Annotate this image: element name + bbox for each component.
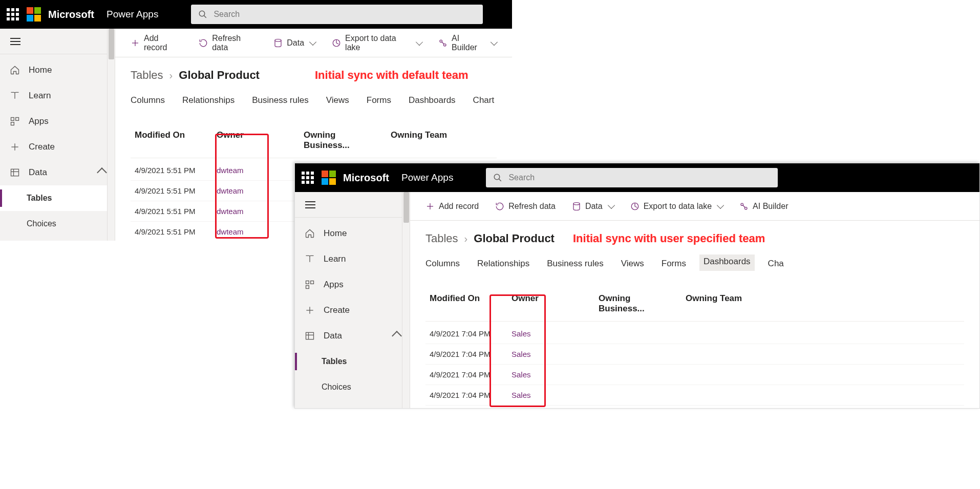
cell-owner-link[interactable]: dwteam [212, 205, 269, 218]
table-header: Modified On Owner Owning Business... Own… [425, 291, 964, 322]
sidebar-item-label: Apps [29, 116, 49, 126]
tab-business-rules[interactable]: Business rules [252, 93, 309, 108]
table-row[interactable]: 4/9/2021 7:04 PMSales [425, 344, 964, 365]
sidebar-scrollbar[interactable] [107, 29, 115, 241]
cmd-label: AI Builder [452, 34, 485, 52]
cmd-label: Refresh data [508, 202, 556, 211]
export-icon [332, 38, 341, 48]
refresh-icon [495, 202, 504, 211]
cell-modified-on: 4/9/2021 5:51 PM [131, 184, 212, 197]
col-owning-bu[interactable]: Owning Business... [594, 291, 681, 316]
tab-business-rules[interactable]: Business rules [547, 257, 604, 271]
svg-rect-24 [306, 332, 314, 339]
sidebar-toggle[interactable] [0, 29, 115, 54]
sidebar-item-create[interactable]: Create [0, 134, 115, 160]
refresh-data-button[interactable]: Refresh data [489, 199, 562, 214]
sidebar-item-learn[interactable]: Learn [295, 246, 410, 272]
sub-tabs: Columns Relationships Business rules Vie… [131, 93, 497, 108]
sidebar-item-home[interactable]: Home [0, 57, 115, 83]
add-record-button[interactable]: Add record [124, 31, 188, 55]
app-launcher-icon[interactable] [6, 8, 19, 21]
tab-dashboards[interactable]: Dashboards [699, 254, 755, 271]
svg-line-16 [442, 41, 444, 44]
sidebar-item-data[interactable]: Data [295, 323, 410, 349]
data-dropdown[interactable]: Data [566, 199, 620, 214]
breadcrumb-root[interactable]: Tables [425, 232, 458, 245]
refresh-data-button[interactable]: Refresh data [193, 31, 263, 55]
sidebar-item-tables[interactable]: Tables [295, 349, 410, 374]
cell-owner-link[interactable]: Sales [507, 368, 564, 381]
table-row[interactable]: 4/9/2021 7:04 PMSales [425, 385, 964, 406]
cell-owner-link[interactable]: Sales [507, 327, 564, 340]
tab-chart[interactable]: Chart [473, 93, 495, 108]
sidebar-item-create[interactable]: Create [295, 297, 410, 323]
col-owner[interactable]: Owner [212, 128, 269, 153]
cell-owner-link[interactable]: dwteam [212, 164, 269, 177]
sidebar-item-choices[interactable]: Choices [295, 374, 410, 400]
tab-columns[interactable]: Columns [131, 93, 165, 108]
col-modified-on[interactable]: Modified On [425, 291, 507, 316]
sidebar-item-label: Apps [324, 280, 344, 290]
sidebar-item-learn[interactable]: Learn [0, 83, 115, 109]
table-row[interactable]: 4/9/2021 7:04 PMSales [425, 365, 964, 385]
tab-chart-truncated[interactable]: Cha [768, 257, 784, 271]
cell-owner-link[interactable]: dwteam [212, 184, 269, 197]
cmd-label: Add record [439, 202, 479, 211]
col-owner[interactable]: Owner [507, 291, 564, 316]
ai-builder-dropdown[interactable]: AI Builder [432, 31, 503, 55]
sidebar-toggle[interactable] [295, 192, 410, 218]
command-bar: Add record Refresh data Data Export to d… [410, 192, 979, 221]
breadcrumb-root[interactable]: Tables [131, 69, 163, 82]
cell-modified-on: 4/9/2021 5:51 PM [131, 205, 212, 218]
search-box[interactable] [191, 5, 483, 24]
tab-relationships[interactable]: Relationships [477, 257, 529, 271]
sidebar-item-apps[interactable]: Apps [0, 109, 115, 134]
sidebar-item-choices[interactable]: Choices [0, 211, 115, 237]
breadcrumb-separator: › [169, 70, 173, 81]
svg-point-0 [200, 11, 205, 16]
col-modified-on[interactable]: Modified On [131, 128, 212, 153]
col-owning-team[interactable]: Owning Team [681, 291, 748, 316]
cell-modified-on: 4/9/2021 7:04 PM [425, 368, 507, 381]
tab-dashboards[interactable]: Dashboards [409, 93, 456, 108]
sub-tabs: Columns Relationships Business rules Vie… [425, 257, 964, 271]
sidebar-item-apps[interactable]: Apps [295, 272, 410, 297]
svg-rect-19 [306, 281, 309, 284]
col-owning-bu[interactable]: Owning Business... [300, 128, 387, 153]
cell-owner-link[interactable]: Sales [507, 348, 564, 360]
sidebar-item-home[interactable]: Home [295, 221, 410, 246]
breadcrumb-current: Global Product [474, 232, 555, 245]
cell-owner-link[interactable]: Sales [507, 389, 564, 401]
sidebar-item-label: Create [324, 305, 350, 315]
sidebar-item-tables[interactable]: Tables [0, 185, 115, 211]
app-launcher-icon[interactable] [301, 171, 314, 184]
tab-relationships[interactable]: Relationships [182, 93, 235, 108]
main-area: Add record Refresh data Data Export to d… [410, 192, 979, 408]
export-dropdown[interactable]: Export to data lake [624, 199, 729, 214]
tab-columns[interactable]: Columns [425, 257, 460, 271]
sidebar-item-label: Tables [27, 194, 52, 203]
sidebar-scrollbar[interactable] [402, 192, 410, 408]
cmd-label: Data [585, 202, 603, 211]
sidebar-item-data[interactable]: Data [0, 160, 115, 185]
cmd-label: AI Builder [753, 202, 788, 211]
search-input[interactable] [214, 10, 476, 19]
search-box[interactable] [486, 168, 778, 187]
add-record-button[interactable]: Add record [419, 199, 485, 214]
app-name-label: Power Apps [106, 9, 158, 20]
col-owning-team[interactable]: Owning Team [387, 128, 453, 153]
ai-builder-dropdown[interactable]: AI Builder [733, 199, 794, 214]
search-input[interactable] [508, 173, 771, 182]
tab-forms[interactable]: Forms [367, 93, 391, 108]
tab-views[interactable]: Views [621, 257, 644, 271]
chevron-down-icon [416, 38, 423, 46]
tab-forms[interactable]: Forms [662, 257, 686, 271]
breadcrumb-current: Global Product [179, 69, 260, 82]
export-dropdown[interactable]: Export to data lake [326, 31, 428, 55]
microsoft-logo-icon [322, 171, 336, 185]
tab-views[interactable]: Views [326, 93, 349, 108]
brand-label: Microsoft [48, 9, 94, 20]
cell-owner-link[interactable]: dwteam [212, 225, 269, 238]
data-dropdown[interactable]: Data [267, 35, 322, 51]
table-row[interactable]: 4/9/2021 7:04 PMSales [425, 324, 964, 344]
